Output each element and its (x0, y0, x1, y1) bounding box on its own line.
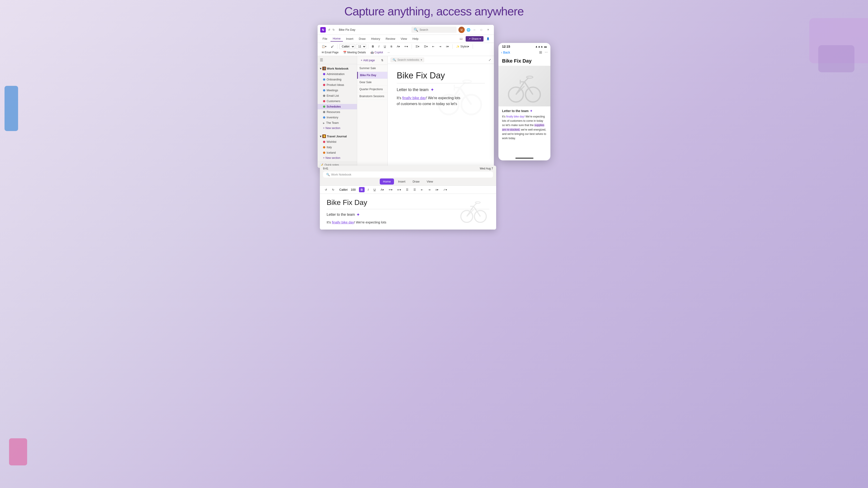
title-bar-history-controls: ↺ ↻ (328, 28, 335, 31)
travel-journal-header[interactable]: ▾ 📒 Travel Journal (318, 133, 357, 139)
menu-insert[interactable]: Insert (344, 36, 356, 41)
page-text-it: It's (397, 96, 402, 100)
more-icon[interactable]: ··· (545, 50, 548, 55)
tablet-menu-home[interactable]: Home (380, 178, 394, 185)
sidebar-item-onboarding[interactable]: Onboarding (318, 77, 357, 82)
tablet-font-color[interactable]: A▾ (379, 187, 385, 192)
tablet-highlight[interactable]: ✏▾ (387, 187, 394, 192)
page-brainstorm-sessions[interactable]: Brainstorm Sessions (357, 93, 388, 100)
tablet-align[interactable]: ≡▾ (434, 187, 440, 192)
sidebar-item-schedules[interactable]: Schedules (318, 104, 357, 109)
increase-indent-button[interactable]: ⇥ (437, 44, 443, 49)
bullet-list-button[interactable]: ☰▾ (414, 44, 421, 49)
page-bike-fix-day[interactable]: Bike Fix Day (357, 72, 388, 79)
work-notebook-new-section[interactable]: + New section (318, 126, 357, 131)
tablet-bullet[interactable]: ☰ (404, 187, 410, 192)
page-summer-sale[interactable]: Summer Sale (357, 65, 388, 72)
menu-file[interactable]: File (320, 36, 330, 41)
page-content[interactable]: Bike Fix Day Letter to the team ✦ It's f… (388, 64, 494, 168)
back-button[interactable]: ↺ (328, 28, 331, 31)
search-notebooks-chevron: ▾ (421, 58, 422, 61)
more-ribbon-button[interactable]: ··· (385, 50, 392, 55)
sidebar-item-iceland[interactable]: Iceland (318, 150, 357, 156)
svg-point-6 (463, 80, 471, 83)
menu-home[interactable]: Home (331, 36, 343, 41)
minimize-button[interactable]: ─ (471, 27, 477, 33)
forward-button[interactable]: ↻ (332, 28, 335, 31)
ribbon-format-painter[interactable]: 🖌 (329, 44, 336, 49)
search-input[interactable] (420, 28, 451, 31)
help-button[interactable]: 👤 (485, 36, 491, 41)
tablet-underline[interactable]: U (372, 187, 377, 192)
share-button[interactable]: ↗ Share ▾ (466, 36, 484, 41)
sidebar-item-resources[interactable]: Resources (318, 109, 357, 115)
font-color-button[interactable]: A▾ (395, 44, 402, 49)
page-gear-sale[interactable]: Gear Sale (357, 79, 388, 86)
tablet-more[interactable]: ✓▾ (441, 187, 449, 192)
work-notebook-header[interactable]: ▾ 📓 Work Notebook (318, 66, 357, 71)
decrease-indent-button[interactable]: ⇤ (430, 44, 436, 49)
styles-button[interactable]: ✨ Styles▾ (454, 44, 471, 49)
sort-pages-button[interactable]: ⇅ (379, 58, 385, 63)
copilot-button[interactable]: 🤖 Copilot (369, 50, 385, 55)
tablet-menu-insert[interactable]: Insert (395, 178, 409, 185)
ribbon-clipboard[interactable]: 📋▾ (320, 44, 328, 49)
sidebar-item-italy[interactable]: Italy (318, 144, 357, 150)
sidebar-item-wishlist[interactable]: Wishlist (318, 139, 357, 144)
tablet-italic[interactable]: I (366, 187, 370, 192)
reading-view-button[interactable]: 📖 (458, 36, 464, 41)
tablet-decrease-indent[interactable]: ⇤ (419, 187, 425, 192)
filter-icon[interactable]: ⊞ (539, 50, 542, 55)
title-bar: N ↺ ↻ Bike Fix Day 🔍 U 🌐 ─ □ ✕ (318, 25, 494, 35)
mobile-page-text: It's finally bike day! We're expecting l… (502, 115, 547, 140)
sidebar-item-administration[interactable]: Administration (318, 71, 357, 77)
expand-button[interactable]: ⤢ (489, 58, 491, 62)
sidebar-item-product-ideas[interactable]: Product Ideas (318, 82, 357, 88)
menu-view[interactable]: View (399, 36, 409, 41)
travel-journal-new-section[interactable]: + New section (318, 156, 357, 160)
maximize-button[interactable]: □ (478, 27, 485, 33)
title-search-bar[interactable]: 🔍 (411, 27, 457, 33)
sidebar-toggle-icon[interactable]: ☰ (320, 58, 323, 62)
tablet-indent[interactable]: ⇤▾ (396, 187, 403, 192)
strikethrough-button[interactable]: S (389, 44, 394, 49)
sidebar-item-customers[interactable]: Customers (318, 98, 357, 104)
numbered-list-button[interactable]: ☰▾ (422, 44, 430, 49)
close-button[interactable]: ✕ (485, 27, 491, 33)
mobile-onenote-app: 12:15 ▲▲▲ ▬ ‹ Back ⊞ ··· Bike Fix Day (498, 43, 550, 160)
mobile-back-button[interactable]: ‹ Back (501, 51, 510, 54)
tablet-increase-indent[interactable]: ⇥ (426, 187, 432, 192)
avatar[interactable]: U (458, 27, 465, 33)
highlight-button[interactable]: ✏▾ (403, 44, 410, 49)
sidebar-item-email-list[interactable]: Email List (318, 93, 357, 98)
content-toolbar: 🔍 Search notebooks ▾ ⤢ (388, 56, 494, 64)
menu-review[interactable]: Review (383, 36, 398, 41)
font-size-selector[interactable]: 11 (356, 44, 366, 49)
add-page-button[interactable]: + Add page (360, 58, 376, 63)
wifi-icon: 🌐 (467, 28, 470, 32)
bold-button[interactable]: B (370, 44, 376, 49)
tablet-menu-view[interactable]: View (424, 178, 436, 185)
menu-history[interactable]: History (369, 36, 382, 41)
menu-help[interactable]: Help (410, 36, 421, 41)
tablet-undo[interactable]: ↺ (323, 187, 329, 192)
italic-button[interactable]: I (377, 44, 381, 49)
align-button[interactable]: ≡▾ (444, 44, 451, 49)
sidebar-item-meetings[interactable]: Meetings (318, 88, 357, 93)
tablet-numbered[interactable]: ☰ (412, 187, 418, 192)
page-quarter-projections[interactable]: Quarter Projections (357, 86, 388, 93)
sidebar-item-inventory[interactable]: Inventory (318, 115, 357, 120)
sidebar-item-the-team[interactable]: ▶ The Team (318, 120, 357, 126)
mobile-nav: ‹ Back ⊞ ··· (498, 49, 550, 56)
tablet-search[interactable]: 🔍 Work Notebook (323, 171, 493, 177)
meeting-details-button[interactable]: 📅 Meeting Details (341, 50, 368, 55)
underline-button[interactable]: U (382, 44, 388, 49)
tablet-bold[interactable]: B (359, 187, 365, 192)
content-area: 🔍 Search notebooks ▾ ⤢ (388, 56, 494, 168)
email-page-button[interactable]: ✉ Email Page (320, 50, 340, 55)
font-selector[interactable]: Calibri (339, 44, 355, 49)
tablet-menu-draw[interactable]: Draw (409, 178, 423, 185)
search-notebooks-bar[interactable]: 🔍 Search notebooks ▾ (391, 57, 424, 62)
menu-draw[interactable]: Draw (356, 36, 368, 41)
tablet-redo[interactable]: ↻ (330, 187, 336, 192)
